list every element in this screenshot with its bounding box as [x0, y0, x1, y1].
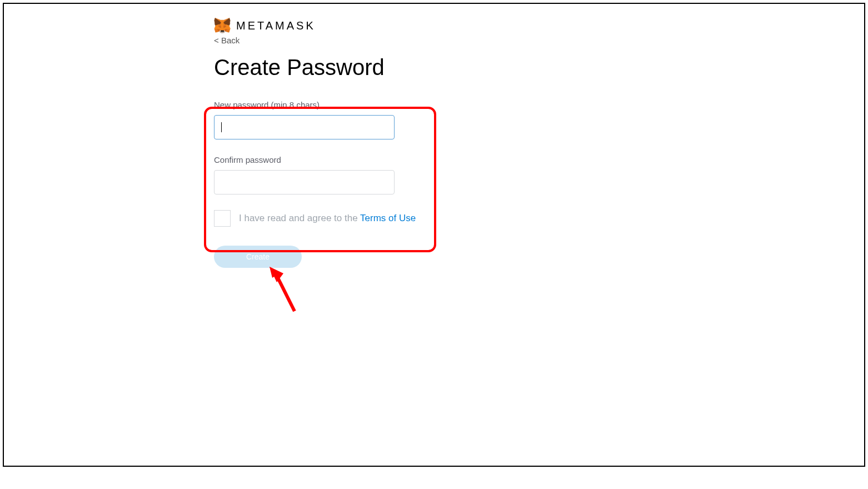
terms-checkbox[interactable] — [214, 210, 231, 227]
confirm-password-input[interactable] — [214, 170, 395, 194]
back-link[interactable]: < Back — [214, 36, 240, 45]
metamask-fox-icon — [214, 18, 231, 33]
new-password-label: New password (min 8 chars) — [214, 100, 659, 109]
new-password-input[interactable] — [214, 115, 395, 139]
terms-text: I have read and agree to the Terms of Us… — [239, 213, 416, 224]
brand-name: METAMASK — [236, 19, 316, 32]
page-title: Create Password — [214, 55, 659, 80]
brand-header: METAMASK — [214, 18, 659, 33]
terms-of-use-link[interactable]: Terms of Use — [360, 213, 416, 223]
create-button[interactable]: Create — [214, 246, 302, 268]
confirm-password-label: Confirm password — [214, 155, 659, 164]
